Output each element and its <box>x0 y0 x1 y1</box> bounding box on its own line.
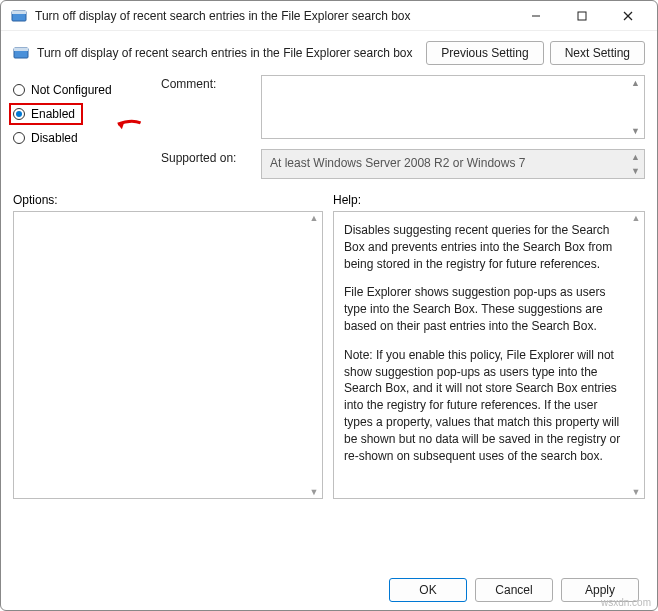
ok-button[interactable]: OK <box>389 578 467 602</box>
supported-label: Supported on: <box>161 149 251 165</box>
supported-on-field: At least Windows Server 2008 R2 or Windo… <box>261 149 645 179</box>
help-panel: Disables suggesting recent queries for t… <box>333 211 645 499</box>
radio-label: Enabled <box>31 107 75 121</box>
watermark-text: wsxdn.com <box>601 597 651 608</box>
radio-icon <box>13 84 25 96</box>
radio-not-configured[interactable]: Not Configured <box>13 83 143 97</box>
cancel-button[interactable]: Cancel <box>475 578 553 602</box>
chevron-down-icon: ▼ <box>631 166 640 176</box>
help-paragraph: File Explorer shows suggestion pop-ups a… <box>344 284 624 334</box>
svg-rect-1 <box>12 11 26 14</box>
svg-rect-7 <box>14 48 28 51</box>
comment-label: Comment: <box>161 75 251 91</box>
radio-icon <box>13 108 25 120</box>
previous-setting-button[interactable]: Previous Setting <box>426 41 543 65</box>
policy-icon <box>11 8 27 24</box>
radio-disabled[interactable]: Disabled <box>13 131 143 145</box>
policy-title: Turn off display of recent search entrie… <box>37 46 418 60</box>
svg-rect-3 <box>578 12 586 20</box>
minimize-button[interactable] <box>513 1 559 31</box>
state-radio-group: Not Configured Enabled Disabled <box>13 75 143 151</box>
options-panel: ▲▼ <box>13 211 323 499</box>
help-label: Help: <box>333 193 361 207</box>
help-paragraph: Disables suggesting recent queries for t… <box>344 222 624 272</box>
options-label: Options: <box>13 193 333 207</box>
help-paragraph: Note: If you enable this policy, File Ex… <box>344 347 624 465</box>
window-title: Turn off display of recent search entrie… <box>35 9 513 23</box>
scrollbar[interactable]: ▲▼ <box>629 213 643 497</box>
policy-icon <box>13 45 29 61</box>
comment-textarea[interactable]: ▲ ▼ <box>261 75 645 139</box>
radio-icon <box>13 132 25 144</box>
next-setting-button[interactable]: Next Setting <box>550 41 645 65</box>
chevron-down-icon: ▼ <box>631 126 640 136</box>
radio-label: Not Configured <box>31 83 112 97</box>
scrollbar[interactable]: ▲▼ <box>307 213 321 497</box>
radio-enabled[interactable]: Enabled <box>9 103 83 125</box>
maximize-button[interactable] <box>559 1 605 31</box>
titlebar: Turn off display of recent search entrie… <box>1 1 657 31</box>
policy-header: Turn off display of recent search entrie… <box>1 31 657 71</box>
close-button[interactable] <box>605 1 651 31</box>
chevron-up-icon: ▲ <box>631 152 640 162</box>
radio-label: Disabled <box>31 131 78 145</box>
supported-on-text: At least Windows Server 2008 R2 or Windo… <box>270 156 525 170</box>
chevron-up-icon: ▲ <box>631 78 640 88</box>
